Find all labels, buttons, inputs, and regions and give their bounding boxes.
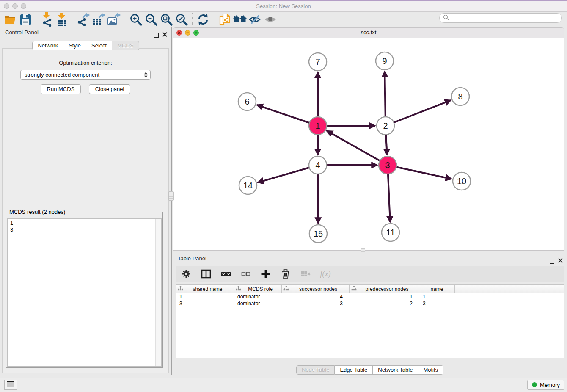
criterion-select[interactable]: strongly connected component (20, 70, 151, 80)
window-traffic-lights (4, 3, 26, 9)
close-table-panel-icon[interactable] (558, 256, 563, 267)
deselect-all-icon[interactable] (240, 268, 251, 279)
refresh-icon[interactable] (195, 12, 211, 27)
minimize-view-icon[interactable] (185, 30, 190, 36)
cell-mcds-role[interactable]: dominator (234, 294, 282, 300)
float-table-panel-icon[interactable] (550, 259, 554, 264)
export-table-icon[interactable] (91, 12, 107, 27)
run-mcds-button[interactable]: Run MCDS (41, 84, 81, 94)
select-all-icon[interactable] (220, 268, 231, 279)
node-9[interactable]: 9 (376, 52, 394, 70)
column-header-successor-nodes[interactable]: successor nodes (282, 285, 350, 293)
delete-column-icon[interactable] (280, 268, 291, 279)
network-graph[interactable]: 7968124314101511 (173, 38, 564, 250)
cell-predecessor-nodes[interactable]: 2 (350, 301, 419, 306)
show-all-icon[interactable] (263, 12, 278, 27)
maximize-view-icon[interactable] (193, 30, 199, 36)
control-panel: Control Panel NetworkStyleSelectMCDS Opt… (0, 27, 171, 375)
network-window-titlebar[interactable]: scc.txt (173, 27, 564, 38)
panel-splitter-grip[interactable] (168, 191, 174, 201)
node-11[interactable]: 11 (382, 224, 399, 241)
cell-successor-nodes[interactable]: 4 (282, 294, 350, 300)
home-icon[interactable] (232, 12, 248, 27)
tab-motifs[interactable]: Motifs (418, 365, 443, 375)
close-window-icon[interactable] (4, 3, 9, 9)
edge-2-8[interactable] (385, 100, 451, 126)
table-row[interactable]: 1dominator411 (176, 293, 564, 300)
node-4[interactable]: 4 (309, 156, 327, 174)
node-3[interactable]: 3 (379, 156, 396, 174)
maximize-window-icon[interactable] (21, 3, 26, 9)
edge-3-1[interactable] (327, 131, 388, 165)
select-stepper-icon (143, 72, 148, 78)
cell-name[interactable]: 3 (419, 301, 455, 306)
table-row[interactable]: 3dominator323 (176, 300, 564, 307)
tab-network-table[interactable]: Network Table (373, 365, 418, 375)
close-panel-button[interactable]: Close panel (89, 84, 131, 94)
edge-3-10[interactable] (388, 165, 451, 179)
zoom-out-icon[interactable] (143, 12, 159, 27)
close-view-icon[interactable] (176, 30, 182, 36)
hide-unselected-icon[interactable] (248, 12, 263, 27)
node-10[interactable]: 10 (453, 172, 471, 190)
mcds-result-area[interactable]: 1 3 (7, 218, 162, 367)
float-panel-icon[interactable] (154, 33, 159, 38)
tab-network[interactable]: Network (32, 41, 63, 50)
task-history-button[interactable] (4, 380, 17, 390)
table-panel: Table Panel f(x) shared nameMCDS rolesuc… (173, 253, 567, 375)
column-header-predecessor-nodes[interactable]: predecessor nodes (350, 285, 419, 293)
column-header-mcds-role[interactable]: MCDS role (234, 285, 282, 293)
node-1[interactable]: 1 (309, 117, 327, 135)
column-header-shared-name[interactable]: shared name (176, 285, 234, 293)
cell-successor-nodes[interactable]: 3 (282, 301, 350, 306)
toolbar-separator (125, 13, 125, 26)
show-columns-icon[interactable] (201, 268, 212, 279)
tab-select[interactable]: Select (86, 41, 112, 50)
status-bar: Memory (0, 378, 567, 392)
node-table[interactable]: shared nameMCDS rolesuccessor nodesprede… (176, 284, 564, 358)
panel-splitter[interactable] (171, 27, 172, 375)
add-column-icon[interactable] (260, 268, 271, 279)
zoom-selected-icon[interactable] (174, 12, 189, 27)
node-8[interactable]: 8 (451, 88, 469, 105)
import-network-icon[interactable] (39, 12, 55, 27)
node-7[interactable]: 7 (309, 53, 327, 71)
copy-network-icon[interactable] (217, 12, 232, 27)
search-input[interactable] (451, 15, 561, 22)
minimize-window-icon[interactable] (12, 3, 18, 9)
svg-text:10: 10 (457, 177, 466, 186)
optimization-criterion-label: Optimization criterion: (3, 60, 168, 66)
export-network-icon[interactable] (76, 12, 91, 27)
memory-button[interactable]: Memory (527, 380, 564, 390)
node-6[interactable]: 6 (238, 93, 256, 110)
result-scrollbar[interactable] (155, 219, 161, 366)
memory-status-icon (532, 382, 537, 387)
zoom-fit-icon[interactable] (159, 12, 174, 27)
svg-text:9: 9 (382, 56, 387, 66)
search-box[interactable] (439, 13, 562, 23)
export-image-icon[interactable] (107, 12, 122, 27)
cell-mcds-role[interactable]: dominator (234, 301, 282, 306)
close-panel-icon[interactable] (162, 30, 167, 41)
import-table-icon[interactable] (55, 12, 70, 27)
edge-1-6[interactable] (257, 105, 318, 126)
cell-name[interactable]: 1 (419, 294, 455, 300)
zoom-in-icon[interactable] (128, 12, 143, 27)
table-options-icon[interactable] (181, 268, 192, 279)
open-file-icon[interactable] (3, 12, 18, 27)
cell-shared-name[interactable]: 1 (176, 294, 234, 300)
column-label: shared name (183, 286, 232, 292)
column-header-name[interactable]: name (419, 285, 455, 293)
node-15[interactable]: 15 (309, 225, 327, 243)
cell-shared-name[interactable]: 3 (176, 301, 234, 306)
network-canvas[interactable]: 7968124314101511 (173, 38, 564, 251)
tab-mcds[interactable]: MCDS (112, 41, 139, 50)
node-2[interactable]: 2 (377, 117, 394, 135)
tab-node-table[interactable]: Node Table (296, 365, 335, 375)
node-14[interactable]: 14 (239, 177, 257, 194)
tab-style[interactable]: Style (63, 41, 86, 50)
tab-edge-table[interactable]: Edge Table (335, 365, 373, 375)
save-session-icon[interactable] (18, 12, 33, 27)
horizontal-splitter-grip[interactable] (361, 248, 365, 252)
cell-predecessor-nodes[interactable]: 1 (350, 294, 419, 300)
